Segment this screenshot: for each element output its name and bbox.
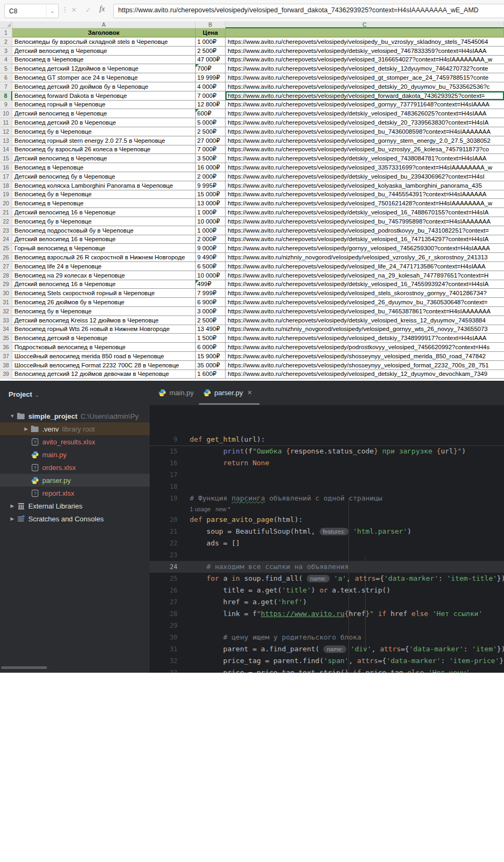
cell-url[interactable]: https://www.avito.ru/cherepovets/velosip… (226, 370, 504, 379)
row-number[interactable]: 36 (0, 343, 12, 352)
tree-item-scratches-and-consoles[interactable]: ▶Scratches and Consoles (0, 512, 150, 525)
cell-url[interactable]: https://www.avito.ru/cherepovets/velosip… (226, 64, 504, 73)
cell-title[interactable]: Велосипед горный Wts 26 новый в Нижнем Н… (12, 325, 196, 334)
header-cell-url[interactable] (226, 28, 504, 37)
cell-url[interactable]: https://www.avito.ru/cherepovets/velosip… (226, 343, 504, 352)
row-number[interactable]: 33 (0, 316, 12, 325)
cell-price[interactable]: 9 490₽ (196, 253, 226, 262)
cell-title[interactable]: Детский велосипед в Череповце (12, 109, 196, 118)
row-number[interactable]: 38 (0, 361, 12, 370)
cell-url[interactable]: https://www.avito.ru/cherepovets/velosip… (226, 73, 504, 82)
cell-url[interactable]: https://www.avito.ru/cherepovets/velosip… (226, 47, 504, 56)
cell-url[interactable]: https://www.avito.ru/cherepovets/velosip… (226, 208, 504, 217)
cell-title[interactable]: Велосипед детский 12дюймов в Череповце (12, 64, 196, 73)
cell-url[interactable]: https://www.avito.ru/cherepovets/velosip… (226, 298, 504, 307)
cell-price[interactable]: 2 000₽ (196, 235, 226, 244)
cell-url[interactable]: https://www.avito.ru/cherepovets/velosip… (226, 101, 504, 110)
cell-url[interactable]: https://www.avito.ru/cherepovets/velosip… (226, 307, 504, 316)
cell-url[interactable]: https://www.avito.ru/cherepovets/velosip… (226, 91, 504, 101)
cell-price[interactable]: 19 999₽ (196, 73, 226, 82)
cell-title[interactable]: Велосипед бу в Череповце (12, 190, 196, 199)
row-number[interactable]: 17 (0, 172, 12, 181)
row-number[interactable]: 19 (0, 190, 12, 199)
cell-url[interactable]: https://www.avito.ru/cherepovets/velosip… (226, 172, 504, 181)
row-number[interactable]: 10 (0, 109, 12, 118)
row-number[interactable]: 14 (0, 145, 12, 155)
cell-url[interactable]: https://www.avito.ru/cherepovets/velosip… (226, 82, 504, 91)
project-hscrollbar[interactable] (1, 666, 47, 669)
cell-url[interactable]: https://www.avito.ru/cherepovets/velosip… (226, 226, 504, 235)
row-number[interactable]: 4 (0, 56, 12, 65)
row-number[interactable]: 26 (0, 253, 12, 262)
row-number[interactable]: 3 (0, 47, 12, 56)
row-number[interactable]: 39 (0, 370, 12, 379)
cell-price[interactable]: 47 000₽ (196, 56, 226, 65)
cell-title[interactable]: Горный велосипед в Череповце (12, 244, 196, 253)
cell-title[interactable]: Шоссейный велосипед merida 850 road в Че… (12, 352, 196, 361)
row-number[interactable]: 30 (0, 289, 12, 298)
cell-title[interactable]: Велосипед бу в Череповце (12, 127, 196, 136)
row-number[interactable]: 32 (0, 307, 12, 316)
row-number[interactable]: 6 (0, 73, 12, 82)
cell-title[interactable]: Велосипед 26 дюймов бу в Череповце (12, 298, 196, 307)
cell-price[interactable]: 2 500₽ (196, 316, 226, 325)
cell-title[interactable]: Велосипеды бу взрослый складной stels в … (12, 37, 196, 47)
cell-url[interactable]: https://www.avito.ru/cherepovets/velosip… (226, 271, 504, 280)
cell-title[interactable]: Велосипед подростковый бу в Череповце (12, 226, 196, 235)
editor-area[interactable]: main.py parser.py ✕ 9def get_html(url):1… (150, 381, 504, 673)
row-number[interactable]: 11 (0, 118, 12, 127)
cell-title[interactable]: Велосипед бу в Череповце (12, 217, 196, 226)
tree-item-orders.xlsx[interactable]: ?orders.xlsx (0, 461, 150, 474)
cell-price[interactable]: 15 900₽ (196, 352, 226, 361)
row-number[interactable]: 24 (0, 235, 12, 244)
cell-price[interactable]: 13 000₽ (196, 199, 226, 208)
row-number[interactable]: 12 (0, 127, 12, 136)
cell-title[interactable]: Велосипед GT stomper ace 24 в Череповце (12, 73, 196, 82)
cell-price[interactable]: 1 000₽ (196, 37, 226, 47)
code-editor[interactable]: 9def get_html(url):15 print(f"Ошибка {re… (150, 405, 504, 673)
cell-title[interactable]: Детский велосипед в Череповце (12, 154, 196, 163)
column-header-A[interactable]: A (12, 21, 196, 28)
cell-title[interactable]: Велосипед life 24 в Череповце (12, 262, 196, 271)
formula-bar[interactable]: https://www.avito.ru/cherepovets/velosip… (113, 4, 504, 18)
cell-url[interactable]: https://www.avito.ru/cherepovets/velosip… (226, 352, 504, 361)
cell-title[interactable]: Велосипед forward Dakota в Череповце (12, 91, 196, 101)
row-number[interactable]: 34 (0, 325, 12, 334)
cell-url[interactable]: https://www.avito.ru/cherepovets/velosip… (226, 145, 504, 155)
insert-function-icon[interactable]: fx (99, 5, 105, 13)
cell-price[interactable]: 15 000₽ (196, 190, 226, 199)
row-number[interactable]: 18 (0, 181, 12, 190)
row-number[interactable]: 15 (0, 154, 12, 163)
chevron-right-icon[interactable]: ▶ (9, 516, 16, 521)
cancel-entry-icon[interactable]: ✕ (71, 6, 77, 14)
tree-item-main.py[interactable]: main.py (0, 448, 150, 461)
cell-url[interactable]: https://www.avito.ru/cherepovets/velosip… (226, 334, 504, 343)
project-panel-header[interactable]: Project⌄ (9, 390, 39, 398)
cell-price[interactable]: 7 000₽ (196, 145, 226, 155)
spreadsheet-grid[interactable]: 1ЗаголовокЦена2Велосипеды бу взрослый ск… (0, 28, 504, 381)
tab-parser-py[interactable]: parser.py ✕ (203, 381, 252, 405)
cell-title[interactable]: Детский велосипед 16 в Череповце (12, 280, 196, 289)
cell-name-box[interactable]: C8 ⌄ (4, 4, 59, 18)
cell-price[interactable]: 499₽ (196, 280, 226, 289)
chevron-down-icon[interactable]: ▼ (9, 413, 16, 419)
cell-url[interactable]: https://www.avito.ru/cherepovets/velosip… (226, 154, 504, 163)
row-number[interactable]: 29 (0, 280, 12, 289)
chevron-right-icon[interactable]: ▶ (22, 426, 30, 432)
cell-url[interactable]: https://www.avito.ru/cherepovets/velosip… (226, 262, 504, 271)
row-number[interactable]: 7 (0, 82, 12, 91)
cell-price[interactable]: 4 000₽ (196, 82, 226, 91)
chevron-down-icon[interactable]: ⌄ (46, 5, 58, 17)
cell-price[interactable]: 9 995₽ (196, 181, 226, 190)
cell-price[interactable]: 10 000₽ (196, 271, 226, 280)
cell-price[interactable]: 2 500₽ (196, 47, 226, 56)
cell-price[interactable]: 7 000₽ (196, 91, 226, 101)
row-number[interactable]: 13 (0, 136, 12, 145)
cell-url[interactable]: https://www.avito.ru/cherepovets/velosip… (226, 181, 504, 190)
cell-title[interactable]: Велосипед детский в Череповце (12, 334, 196, 343)
cell-url[interactable]: https://www.avito.ru/cherepovets/velosip… (226, 289, 504, 298)
tree-item-external-libraries[interactable]: ▶External Libraries (0, 499, 150, 512)
cell-price[interactable]: 1 000₽ (196, 208, 226, 217)
cell-title[interactable]: Велосипед бу в Череповце (12, 307, 196, 316)
cell-title[interactable]: Шоссейный велосипед Format 2232 700C 28 … (12, 361, 196, 370)
